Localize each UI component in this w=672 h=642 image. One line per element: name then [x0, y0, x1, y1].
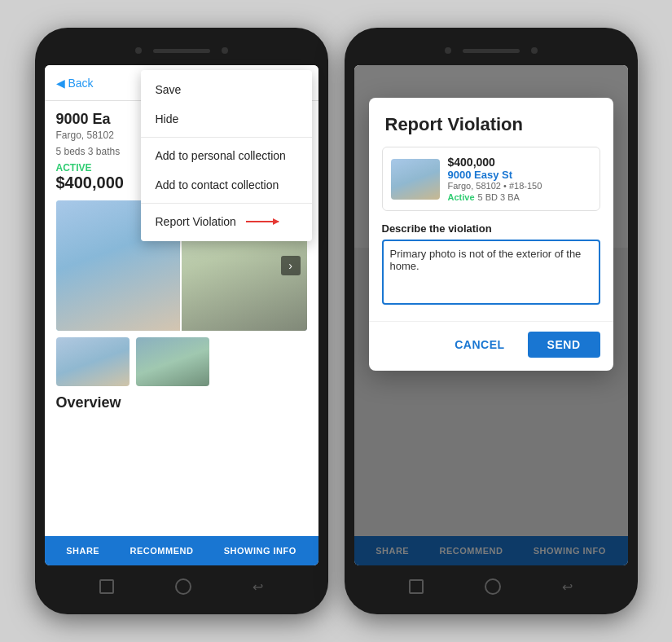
modal-listing-details: $400,000 9000 Easy St Fargo, 58102 • #18…	[448, 156, 591, 202]
nav-back-icon-left[interactable]: ↩	[253, 579, 263, 595]
screen-right: SHARE RECOMMEND SHOWING INFO Report Viol…	[354, 65, 628, 565]
screen-left: ◀ Back Select ⋮ 9000 Ea Fargo, 58102 5 b…	[45, 65, 318, 565]
next-image-button[interactable]: ›	[281, 256, 301, 275]
nav-square-icon-right[interactable]	[409, 579, 424, 594]
phone-right: SHARE RECOMMEND SHOWING INFO Report Viol…	[345, 28, 638, 614]
sensor-left	[222, 47, 228, 54]
report-violation-modal: Report Violation $400,000 9000 Easy St F…	[369, 98, 613, 371]
dropdown-hide[interactable]: Hide	[141, 104, 312, 134]
thumbnail-1[interactable]	[56, 337, 130, 386]
modal-listing-card: $400,000 9000 Easy St Fargo, 58102 • #18…	[382, 147, 600, 211]
modal-listing-sub: Fargo, 58102 • #18-150	[448, 181, 591, 191]
share-tab[interactable]: SHARE	[66, 546, 99, 556]
violation-label: Describe the violation	[369, 222, 613, 240]
nav-home-icon-left[interactable]	[175, 578, 191, 595]
modal-status-row: Active 5 BD 3 BA	[448, 192, 591, 202]
phone-bottom-bar-right: ↩	[354, 574, 628, 600]
dropdown-divider-1	[141, 137, 312, 138]
speaker-left	[153, 49, 210, 53]
modal-listing-address: 9000 Easy St	[448, 169, 591, 181]
phone-top-bar-left	[45, 42, 318, 59]
sensor-right	[531, 47, 538, 54]
dropdown-report-violation[interactable]: Report Violation	[141, 207, 312, 236]
thumbnail-row	[56, 337, 307, 386]
nav-square-icon-left[interactable]	[99, 579, 114, 594]
showing-info-tab[interactable]: SHOWING INFO	[224, 546, 296, 556]
modal-title: Report Violation	[369, 98, 613, 147]
violation-textarea[interactable]: Primary photo is not of the exterior of …	[382, 240, 600, 305]
back-button[interactable]: ◀ Back	[56, 77, 94, 90]
dropdown-contact-collection[interactable]: Add to contact collection	[141, 170, 312, 200]
phone-top-bar-right	[354, 42, 628, 59]
bottom-nav-left: SHARE RECOMMEND SHOWING INFO	[45, 536, 318, 565]
modal-actions: CANCEL SEND	[369, 321, 613, 371]
phone-left: ◀ Back Select ⋮ 9000 Ea Fargo, 58102 5 b…	[35, 28, 328, 614]
cancel-button[interactable]: CANCEL	[441, 332, 517, 358]
dropdown-personal-collection[interactable]: Add to personal collection	[141, 141, 312, 170]
dropdown-divider-2	[141, 203, 312, 204]
report-arrow-indicator	[246, 221, 279, 222]
dropdown-menu: Save Hide Add to personal collection Add…	[141, 70, 312, 241]
nav-back-icon-right[interactable]: ↩	[562, 579, 573, 595]
send-button[interactable]: SEND	[528, 332, 600, 358]
report-violation-label: Report Violation	[156, 215, 236, 228]
front-camera-left	[135, 47, 142, 54]
modal-listing-beds: 5 BD 3 BA	[478, 192, 520, 202]
modal-listing-status: Active	[448, 192, 475, 202]
thumbnail-2[interactable]	[136, 337, 209, 386]
phone-bottom-bar-left: ↩	[45, 574, 318, 600]
modal-listing-price: $400,000	[448, 156, 591, 169]
modal-listing-thumbnail	[391, 159, 440, 200]
speaker-right	[463, 49, 520, 53]
overview-heading: Overview	[56, 394, 307, 411]
nav-home-icon-right[interactable]	[485, 578, 501, 595]
modal-overlay: Report Violation $400,000 9000 Easy St F…	[354, 65, 628, 565]
recommend-tab[interactable]: RECOMMEND	[130, 546, 194, 556]
dropdown-save[interactable]: Save	[141, 75, 312, 104]
front-camera-right	[445, 47, 451, 54]
